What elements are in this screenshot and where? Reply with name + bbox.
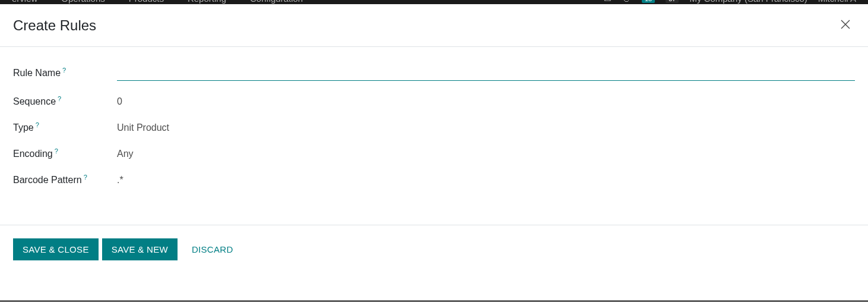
barcode-pattern-value[interactable]: .* <box>117 175 855 185</box>
activity-icon[interactable]: ⏱ <box>622 0 631 4</box>
type-value[interactable]: Unit Product <box>117 122 855 133</box>
help-icon[interactable]: ? <box>62 67 66 74</box>
modal-header: Create Rules <box>0 4 868 47</box>
help-icon[interactable]: ? <box>36 121 39 128</box>
modal-title: Create Rules <box>13 17 96 34</box>
type-label: Type ? <box>13 122 117 133</box>
field-rule-name: Rule Name ? <box>13 65 855 81</box>
encoding-value[interactable]: Any <box>117 149 855 159</box>
barcode-pattern-label: Barcode Pattern ? <box>13 175 117 185</box>
modal-body: Rule Name ? Sequence ? 0 Type ? Unit Pro… <box>0 47 868 225</box>
rule-name-input[interactable] <box>117 65 855 81</box>
save-new-button[interactable]: SAVE & NEW <box>102 238 178 260</box>
close-button[interactable] <box>836 15 855 36</box>
create-rules-modal: Create Rules Rule Name ? Sequence ? 0 <box>0 4 868 273</box>
close-icon <box>838 17 853 32</box>
rule-name-label-text: Rule Name <box>13 68 61 78</box>
nav-operations[interactable]: Operations <box>61 0 104 4</box>
sequence-label-text: Sequence <box>13 96 56 107</box>
field-type: Type ? Unit Product <box>13 122 855 133</box>
top-navigation: erview Operations Products Reporting Con… <box>0 0 868 4</box>
company-selector[interactable]: My Company (San Francisco) <box>689 0 807 4</box>
help-icon[interactable]: ? <box>58 95 61 102</box>
nav-overview[interactable]: erview <box>12 0 37 4</box>
help-icon[interactable]: ? <box>84 174 87 181</box>
modal-footer: SAVE & CLOSE SAVE & NEW DISCARD <box>0 225 868 273</box>
rule-name-label: Rule Name ? <box>13 68 117 78</box>
type-label-text: Type <box>13 122 34 133</box>
sequence-label: Sequence ? <box>13 96 117 107</box>
sequence-value[interactable]: 0 <box>117 96 855 107</box>
field-encoding: Encoding ? Any <box>13 149 855 159</box>
save-close-button[interactable]: SAVE & CLOSE <box>13 238 99 260</box>
messaging-icon[interactable]: ✉ <box>604 0 612 4</box>
encoding-label-text: Encoding <box>13 149 53 159</box>
discard-button[interactable]: DISCARD <box>181 238 244 260</box>
badge-notifications[interactable]: 37 <box>666 0 679 3</box>
field-barcode-pattern: Barcode Pattern ? .* <box>13 175 855 185</box>
barcode-pattern-label-text: Barcode Pattern <box>13 175 82 185</box>
badge-messages[interactable]: 18 <box>642 0 655 3</box>
encoding-label: Encoding ? <box>13 149 117 159</box>
field-sequence: Sequence ? 0 <box>13 96 855 107</box>
nav-products[interactable]: Products <box>129 0 164 4</box>
user-menu[interactable]: Mitchell A <box>818 0 856 4</box>
nav-reporting[interactable]: Reporting <box>188 0 226 4</box>
help-icon[interactable]: ? <box>55 147 58 155</box>
nav-configuration[interactable]: Configuration <box>250 0 303 4</box>
